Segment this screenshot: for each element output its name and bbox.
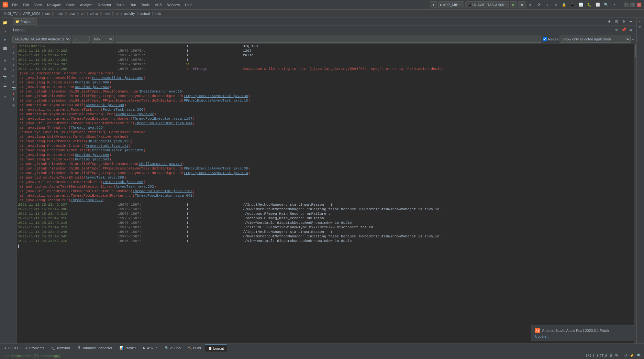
device-select[interactable]: HUAWEI TAS-AN00 Android 10, API <box>12 36 71 43</box>
panel-close-icon[interactable]: — <box>628 19 634 25</box>
log-stack-link[interactable]: ThreadPoolExecutor.java:641 <box>135 121 192 125</box>
status-icon-1[interactable]: · <box>621 354 622 358</box>
toolbar-icon-1[interactable]: ↺ <box>527 1 534 8</box>
maximize-button[interactable]: □ <box>630 3 635 7</box>
gutter-up-icon[interactable]: ↑ <box>11 56 16 61</box>
back-icon[interactable]: ◀ <box>430 1 437 8</box>
breadcrumb-item-11[interactable]: mix <box>154 12 162 16</box>
tab-profiler[interactable]: 📊 Profiler <box>116 344 139 352</box>
log-stack-link[interactable]: FutureTask.java:266 <box>103 108 143 112</box>
menu-analyze[interactable]: Analyze <box>78 2 95 7</box>
gutter-help-icon[interactable]: ? <box>11 97 16 102</box>
menu-refactor[interactable]: Refactor <box>95 2 114 7</box>
level-select[interactable]: Info Verbose Debug Warn Error Assert <box>91 36 114 43</box>
log-stack-link[interactable]: UNIXProcess.java:133 <box>88 139 130 143</box>
minimize-button[interactable]: — <box>624 3 628 7</box>
log-stack-link[interactable]: AsyncTask.java:292 <box>116 185 154 189</box>
log-stack-link[interactable]: FFmpegExecuteAsyncTask.java:38 <box>184 94 248 98</box>
log-stack-link[interactable]: Runtime.java:698 <box>75 153 109 157</box>
regex-checkbox[interactable] <box>543 37 547 41</box>
close-button[interactable]: ✕ <box>637 3 641 7</box>
gutter-clear-icon[interactable]: ⊘ <box>11 45 16 50</box>
menu-file[interactable]: File <box>10 2 20 7</box>
panel-settings-icon[interactable]: ⚙ <box>606 19 612 25</box>
menu-navigate[interactable]: Navigate <box>45 2 63 7</box>
toolbar-icon-9[interactable]: ⬜ <box>594 1 601 8</box>
menu-build[interactable]: Build <box>114 2 127 7</box>
gutter-down-icon[interactable]: ↓ <box>11 62 16 67</box>
log-stack-link[interactable]: AsyncTask.java:389 <box>86 176 124 180</box>
sidebar-icon-camera[interactable]: 📷 <box>1 73 9 81</box>
menu-vcs[interactable]: VCS <box>152 2 164 7</box>
status-icon-2[interactable]: ↺ <box>624 354 627 358</box>
breadcrumb-item-6[interactable]: zkhw <box>89 12 99 16</box>
toolbar-icon-2[interactable]: ⟳ <box>535 1 542 8</box>
toolbar-icon-6[interactable]: 📱 <box>569 1 576 8</box>
notification-link[interactable]: Update... <box>535 334 550 338</box>
right-scrollbar[interactable] <box>634 44 636 343</box>
breadcrumb-item-5[interactable]: cn <box>80 12 85 16</box>
right-icon-2[interactable]: ⊡ <box>638 25 643 30</box>
toolbar-icon-4[interactable]: ⚙ <box>552 1 559 8</box>
sidebar-icon-refresh[interactable]: ↺ <box>1 56 9 64</box>
sidebar-icon-help[interactable]: ? <box>1 94 9 102</box>
tab-problems[interactable]: ⚠ Problems <box>22 344 47 352</box>
gutter-camera2-icon[interactable]: 📷 <box>11 85 16 91</box>
breadcrumb-item-0[interactable]: MIDI_TV <box>3 12 18 16</box>
toolbar-icon-5[interactable]: 🔒 <box>561 1 568 8</box>
breadcrumb-item-9[interactable]: activity <box>123 12 136 16</box>
sidebar-icon-run[interactable]: ▶ <box>1 36 9 43</box>
breadcrumb-item-8[interactable]: ui <box>115 12 119 16</box>
regex-checkbox-label[interactable]: Regex <box>543 37 558 41</box>
menu-window[interactable]: Window <box>165 2 182 7</box>
breadcrumb-item-4[interactable]: java <box>68 12 76 16</box>
tab-logcat[interactable]: 📋 Logcat <box>205 344 227 352</box>
project-panel-button[interactable]: 📁 Project ▼ <box>13 18 37 25</box>
menu-edit[interactable]: Edit <box>21 2 31 7</box>
toolbar-icon-11[interactable]: ⚡ <box>611 1 618 8</box>
tab-find[interactable]: 🔍 2: Find <box>161 344 184 352</box>
log-stack-link[interactable]: ThreadPoolExecutor.java:1167 <box>133 189 193 193</box>
gutter-refresh-icon[interactable]: ⟳ <box>11 74 16 79</box>
log-stack-link[interactable]: FFmpegExecuteAsyncTask.java:10 <box>184 99 248 103</box>
gutter-stop-icon[interactable]: ■ <box>11 91 16 96</box>
filter-input[interactable] <box>72 36 90 43</box>
log-stack-link[interactable]: ShellCommand.java:10 <box>139 90 182 93</box>
tab-db-inspector[interactable]: 🗄 Database Inspector <box>74 344 116 352</box>
log-stack-link[interactable]: ProcessBuilder.java:1050 <box>92 76 143 80</box>
log-stack-link[interactable]: FFmpegExecuteAsyncTask.java:38 <box>184 167 248 170</box>
tab-todo[interactable]: ≡ TODO <box>1 344 21 352</box>
breadcrumb-item-3[interactable]: main <box>54 12 64 16</box>
log-stack-link[interactable]: ProcessBuilder.java:1029 <box>92 148 143 152</box>
log-scroll-area[interactable]: /data/user/0/I3/Q 1002021-11-11 15:23:49… <box>17 44 634 343</box>
status-position[interactable]: 187:1 <box>586 354 595 358</box>
menu-view[interactable]: View <box>32 2 44 7</box>
log-stack-link[interactable]: Thread.java:929 <box>71 198 103 202</box>
log-stack-link[interactable]: ThreadPoolExecutor.java:641 <box>135 194 192 198</box>
tab-run[interactable]: ▶ 4: Run <box>140 344 161 352</box>
log-stack-link[interactable]: AsyncTask.java:292 <box>116 112 154 116</box>
menu-tools[interactable]: Tools <box>139 2 152 7</box>
run-button[interactable]: ▶ <box>510 1 517 8</box>
log-stack-link[interactable]: Runtime.java:698 <box>75 81 109 84</box>
panel-layout-icon[interactable]: ◫ <box>614 19 619 25</box>
logcat-expand-icon[interactable]: ⊡ <box>628 27 634 33</box>
log-stack-link[interactable]: FutureTask.java:266 <box>103 180 143 184</box>
tab-terminal[interactable]: >_ Terminal <box>48 344 73 352</box>
toolbar-icon-10[interactable]: 🔍 <box>603 1 610 8</box>
log-stack-link[interactable]: FFmpegExecuteAsyncTask.java:10 <box>184 171 248 175</box>
log-stack-link[interactable]: ThreadPoolExecutor.java:1167 <box>133 117 193 121</box>
search-input[interactable] <box>115 36 541 43</box>
gutter-filter-icon[interactable]: ≡ <box>11 68 16 73</box>
menu-run[interactable]: Run <box>127 2 138 7</box>
menu-code[interactable]: Code <box>64 2 77 7</box>
sidebar-icon-commit[interactable]: ☁ <box>1 27 9 35</box>
stop-button[interactable]: ■ <box>518 1 526 8</box>
log-stack-link[interactable]: AsyncTask.java:389 <box>86 103 124 107</box>
log-stack-link[interactable]: ShellCommand.java:10 <box>139 162 182 166</box>
right-icon-1[interactable]: ◁ <box>638 19 643 24</box>
toolbar-icon-7[interactable]: 📊 <box>577 1 584 8</box>
status-icon-3[interactable]: ⚡ <box>630 354 634 358</box>
sidebar-icon-android[interactable]: 🤖 <box>1 44 9 52</box>
log-stack-link[interactable]: ProcessImpl.java:141 <box>86 144 128 148</box>
